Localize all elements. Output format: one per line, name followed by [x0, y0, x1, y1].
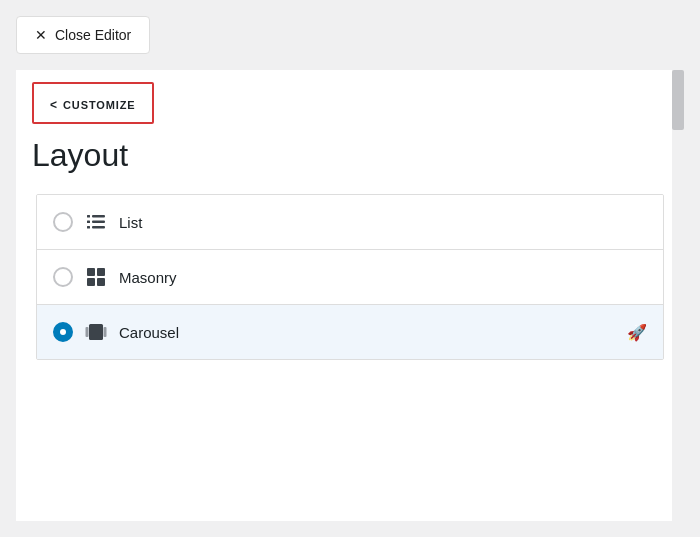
svg-rect-10: [89, 324, 103, 340]
masonry-icon: [85, 266, 107, 288]
svg-rect-2: [92, 221, 105, 224]
scrollbar-track[interactable]: [672, 70, 684, 521]
svg-rect-9: [97, 278, 105, 286]
svg-rect-7: [97, 268, 105, 276]
svg-rect-8: [87, 278, 95, 286]
panel-inner: < CUSTOMIZE Layout: [16, 70, 684, 521]
carousel-icon: [85, 321, 107, 343]
svg-rect-12: [104, 327, 107, 337]
close-editor-button[interactable]: ✕ Close Editor: [16, 16, 150, 54]
svg-rect-6: [87, 268, 95, 276]
svg-rect-0: [92, 215, 105, 218]
panel-content: < CUSTOMIZE Layout: [16, 70, 684, 521]
chevron-left-icon: <: [50, 98, 57, 112]
carousel-radio[interactable]: [53, 322, 73, 342]
svg-rect-4: [92, 226, 105, 229]
list-radio[interactable]: [53, 212, 73, 232]
svg-rect-1: [87, 215, 90, 218]
list-label: List: [119, 214, 647, 231]
customize-label: CUSTOMIZE: [63, 99, 136, 111]
editor-panel: ✕ Close Editor < CUSTOMIZE Layout: [0, 0, 700, 537]
list-item[interactable]: List: [37, 195, 663, 250]
close-editor-label: Close Editor: [55, 27, 131, 43]
customize-nav[interactable]: < CUSTOMIZE: [32, 82, 154, 124]
close-icon: ✕: [35, 27, 47, 43]
svg-rect-5: [87, 226, 90, 229]
page-title: Layout: [16, 132, 684, 194]
carousel-label: Carousel: [119, 324, 611, 341]
scrollbar-thumb[interactable]: [672, 70, 684, 130]
options-list: List Masonry: [36, 194, 664, 360]
list-icon: [85, 211, 107, 233]
carousel-item[interactable]: Carousel 🚀: [37, 305, 663, 359]
svg-rect-11: [86, 327, 89, 337]
masonry-label: Masonry: [119, 269, 647, 286]
carousel-badge: 🚀: [627, 323, 647, 342]
masonry-radio[interactable]: [53, 267, 73, 287]
svg-rect-3: [87, 221, 90, 224]
masonry-item[interactable]: Masonry: [37, 250, 663, 305]
